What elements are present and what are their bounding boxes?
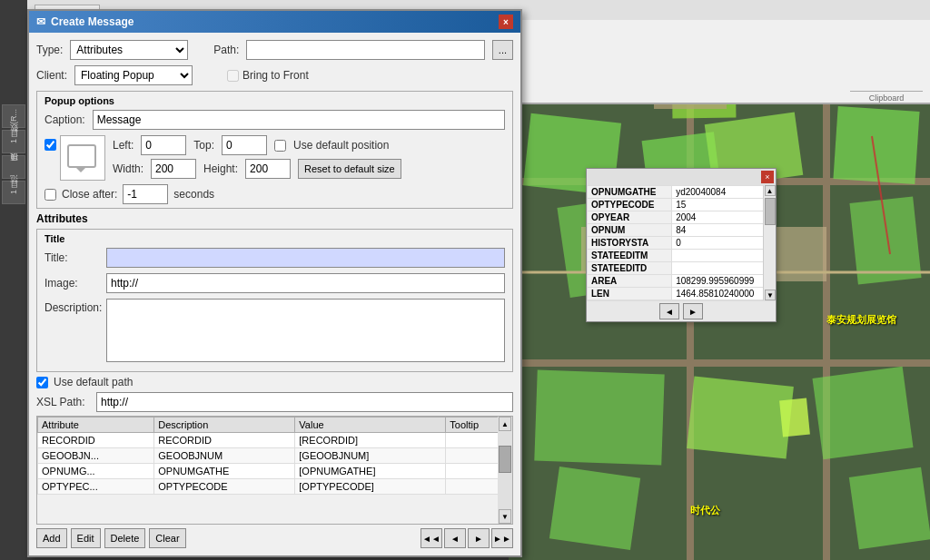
title-section-label: Title	[45, 233, 505, 244]
type-select[interactable]: Attributes	[70, 40, 188, 60]
seconds-label: seconds	[173, 188, 214, 201]
info-table-row[interactable]: STATEEDITD	[588, 262, 776, 275]
dialog-icon: ✉	[36, 15, 45, 28]
nav-next[interactable]: ►	[468, 528, 490, 548]
client-select[interactable]: Floating Popup	[74, 65, 193, 85]
caption-input[interactable]	[93, 110, 505, 130]
info-table-row[interactable]: HISTORYSTA0	[588, 237, 776, 250]
title-field-label: Title:	[45, 251, 99, 264]
description-label: Description:	[45, 299, 99, 314]
col-description: Description	[154, 418, 295, 433]
title-input[interactable]	[106, 248, 505, 268]
attributes-table: Attribute Description Value Tooltip RECO…	[37, 417, 512, 495]
client-row: Client: Floating Popup Bring to Front	[36, 65, 513, 85]
sidebar-item-1[interactable]: (R...	[2, 104, 25, 128]
client-label: Client:	[36, 69, 67, 82]
path-input[interactable]	[246, 40, 484, 60]
nav-prev[interactable]: ◄	[444, 528, 466, 548]
info-popup-nav: ◄ ►	[587, 300, 776, 321]
type-label: Type:	[36, 44, 63, 56]
close-after-row: Close after: seconds	[45, 184, 505, 204]
table-row[interactable]: OPNUMG...OPNUMGATHE[OPNUMGATHE]	[38, 464, 512, 479]
create-message-dialog: ✉ Create Message × Type: Attributes Path…	[27, 9, 522, 557]
scroll-down[interactable]: ▼	[499, 509, 511, 524]
nav-last[interactable]: ►►	[491, 528, 513, 548]
del-button[interactable]: Delete	[104, 528, 146, 548]
caption-row: Caption:	[45, 110, 505, 130]
scroll-up[interactable]: ▲	[499, 417, 511, 431]
top-input[interactable]	[222, 135, 267, 155]
table-scrollbar[interactable]: ▲ ▼	[498, 417, 512, 524]
svg-rect-8	[68, 145, 95, 167]
info-table-row[interactable]: OPNUMGATHEyd20040084	[588, 186, 776, 199]
popup-preview-icon	[60, 135, 105, 181]
info-scroll-thumb[interactable]	[765, 198, 776, 225]
close-after-label: Close after:	[62, 188, 117, 201]
popup-checkbox[interactable]	[45, 139, 56, 151]
table-row[interactable]: GEOOBJN...GEOOBJNUM[GEOOBJNUM]	[38, 448, 512, 464]
table-row[interactable]: RECORDIDRECORDID[RECORDID]	[38, 433, 512, 448]
dialog-body: Type: Attributes Path: ... Client: Float…	[29, 33, 520, 555]
info-nav-next[interactable]: ►	[683, 303, 703, 319]
nav-first[interactable]: ◄◄	[420, 528, 442, 548]
height-input[interactable]	[245, 159, 291, 179]
attributes-table-area: Attribute Description Value Tooltip RECO…	[36, 416, 513, 525]
info-nav-prev[interactable]: ◄	[659, 303, 679, 319]
info-table: OPNUMGATHEyd20040084OPTYPECODE15OPYEAR20…	[587, 185, 776, 300]
default-path-row: Use default path	[36, 376, 513, 388]
info-scroll-down[interactable]: ▼	[765, 290, 776, 300]
left-sidebar: (R... 目1数 项目 目1范	[0, 0, 27, 560]
info-table-row[interactable]: AREA108299.995960999	[588, 275, 776, 288]
bring-to-front-label: Bring to Front	[242, 69, 309, 82]
info-table-container: OPNUMGATHEyd20040084OPTYPECODE15OPYEAR20…	[587, 185, 776, 300]
height-label: Height:	[203, 162, 238, 175]
info-table-row[interactable]: OPNUM84	[588, 224, 776, 237]
sidebar-label-4: 目1范	[8, 190, 20, 194]
info-table-row[interactable]: OPTYPECODE15	[588, 199, 776, 211]
col-value: Value	[295, 418, 446, 433]
info-table-row[interactable]: OPYEAR2004	[588, 211, 776, 224]
title-input-row: Title:	[45, 248, 505, 268]
path-label: Path:	[213, 44, 239, 56]
table-footer: Add Edit Delete Clear ◄◄ ◄ ► ►►	[36, 528, 513, 548]
clipboard-label: Clipboard	[850, 91, 923, 103]
scroll-thumb[interactable]	[499, 446, 511, 473]
dialog-close-button[interactable]: ×	[499, 15, 513, 29]
size-row: Width: Height: Reset to default size	[113, 159, 505, 179]
info-popup: × OPNUMGATHEyd20040084OPTYPECODE15OPYEAR…	[586, 168, 777, 322]
info-popup-close-button[interactable]: ×	[761, 171, 774, 183]
width-input[interactable]	[151, 159, 196, 179]
use-default-pos-checkbox[interactable]	[274, 140, 286, 152]
title-section: Title Title: Image: Description:	[36, 229, 513, 372]
use-default-path-checkbox[interactable]	[36, 377, 48, 388]
xsl-path-input[interactable]	[96, 392, 513, 412]
close-after-input[interactable]	[123, 184, 168, 204]
nav-buttons: ◄◄ ◄ ► ►►	[420, 528, 513, 548]
dialog-title-bar: ✉ Create Message ×	[29, 11, 520, 33]
info-table-row[interactable]: STATEEDITM	[588, 250, 776, 262]
edit-button[interactable]: Edit	[71, 528, 101, 548]
sidebar-item-3[interactable]: 项目	[2, 155, 25, 179]
left-input[interactable]	[141, 135, 186, 155]
info-scroll-up[interactable]: ▲	[765, 185, 776, 196]
browse-button[interactable]: ...	[492, 40, 513, 60]
info-scrollbar[interactable]: ▲ ▼	[763, 185, 776, 300]
popup-icon-area	[45, 135, 113, 181]
image-input[interactable]	[106, 273, 505, 293]
close-after-checkbox[interactable]	[45, 189, 56, 201]
sidebar-item-4[interactable]: 目1范	[2, 181, 25, 204]
bring-to-front-checkbox[interactable]	[227, 70, 239, 82]
image-label: Image:	[45, 277, 99, 290]
width-label: Width:	[113, 162, 143, 175]
description-textarea[interactable]	[106, 299, 505, 362]
popup-options-right: Left: Top: Use default position Width: H…	[113, 135, 505, 179]
reset-size-button[interactable]: Reset to default size	[298, 159, 401, 179]
col-attribute: Attribute	[38, 418, 154, 433]
add-button[interactable]: Add	[36, 528, 67, 548]
image-row: Image:	[45, 273, 505, 293]
info-table-row[interactable]: LEN1464.85810240000	[588, 288, 776, 300]
table-row[interactable]: OPTYPEC...OPTYPECODE[OPTYPECODE]	[38, 479, 512, 495]
sidebar-item-2[interactable]: 目1数	[2, 130, 25, 153]
top-label: Top:	[193, 139, 214, 152]
clear-button[interactable]: Clear	[149, 528, 185, 548]
